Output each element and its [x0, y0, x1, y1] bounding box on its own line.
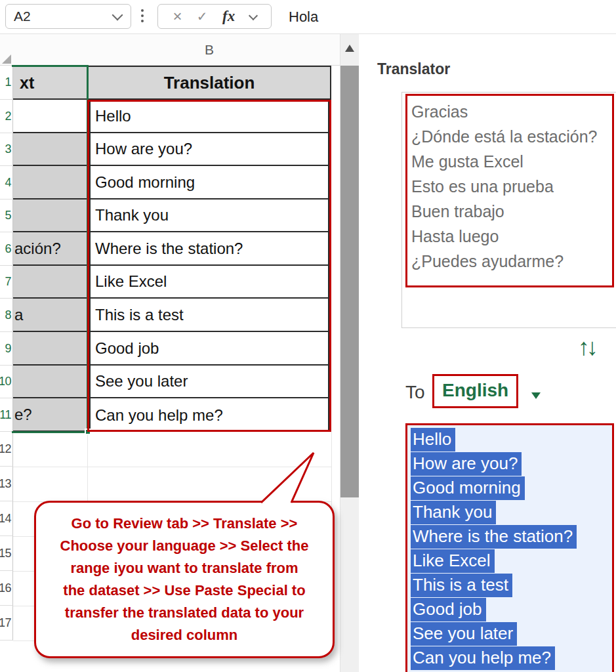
row-header-7[interactable]: 7: [0, 266, 13, 299]
result-line-text: Thank you: [411, 501, 496, 524]
callout-text: range iyou want to translate from: [36, 557, 333, 579]
callout-bubble: Go to Review tab >> Translate >> Choose …: [34, 501, 335, 658]
row-header-16[interactable]: 16: [0, 571, 13, 606]
cell-A9[interactable]: [13, 332, 87, 366]
source-line: Me gusta Excel: [411, 149, 612, 174]
source-line: ¿Puedes ayudarme?: [411, 249, 612, 274]
row-header-1[interactable]: 1: [0, 66, 13, 100]
cancel-button[interactable]: ×: [173, 7, 182, 26]
cell-A7[interactable]: [13, 266, 87, 299]
vertical-scrollbar[interactable]: [340, 34, 359, 672]
result-line: Good morning: [411, 476, 612, 501]
row-header-14[interactable]: 14: [0, 501, 13, 536]
cell-B7[interactable]: Like Excel: [91, 266, 328, 299]
row-header-6[interactable]: 6: [0, 232, 13, 266]
cell-B1-header[interactable]: Translation: [87, 66, 331, 100]
result-line-text: Like Excel: [411, 549, 495, 573]
formula-bar-menu-icon[interactable]: [141, 9, 144, 22]
result-line: Thank you: [411, 501, 612, 525]
cell-A11-text: e?: [13, 406, 32, 424]
row-header-17[interactable]: 17: [0, 606, 13, 640]
source-line: Buen trabajo: [411, 199, 612, 224]
result-line: How are you?: [411, 452, 612, 476]
row-header-2[interactable]: 2: [0, 100, 13, 133]
name-box[interactable]: A2: [5, 4, 131, 29]
scrollbar-thumb[interactable]: [340, 66, 359, 497]
result-line: Where is the station?: [411, 525, 612, 549]
cell-A1-header[interactable]: xt: [13, 66, 87, 100]
source-line: Gracias: [411, 99, 612, 124]
cell-B5[interactable]: Thank you: [91, 200, 328, 232]
callout-text: transfer the translated data to your: [36, 602, 333, 624]
result-line-text: Good job: [411, 598, 486, 621]
callout-pointer: [257, 450, 318, 507]
result-line-text: Where is the station?: [411, 525, 577, 549]
result-line: Can you help me?: [411, 646, 612, 671]
dot: [141, 9, 144, 12]
result-line-text: Can you help me?: [411, 646, 555, 670]
scroll-up-icon[interactable]: [345, 45, 354, 52]
name-box-value: A2: [6, 9, 113, 24]
select-all-corner[interactable]: [2, 54, 11, 64]
cell-B6[interactable]: Where is the station?: [91, 232, 328, 266]
swap-languages-icon[interactable]: ↑↓: [578, 333, 595, 361]
cell-A5[interactable]: [13, 200, 87, 232]
cell-B4[interactable]: Good morning: [91, 166, 328, 200]
cell-A8-text: a: [13, 306, 23, 324]
row-header-9[interactable]: 9: [0, 332, 13, 366]
chevron-down-icon[interactable]: [112, 10, 123, 21]
cell-A6-text: ación?: [13, 240, 61, 258]
row-header-11[interactable]: 11: [0, 398, 13, 432]
result-line-text: Hello: [411, 428, 455, 452]
row-header-10[interactable]: 10: [0, 366, 13, 398]
cell-B9[interactable]: Good job: [91, 332, 328, 366]
to-label: To: [405, 382, 425, 403]
formula-bar: A2 × ✓ fx Hola: [0, 0, 616, 34]
cell-B11[interactable]: Can you help me?: [91, 398, 328, 432]
cell-B10[interactable]: See you later: [91, 366, 328, 398]
source-line: Esto es una prueba: [411, 174, 612, 199]
row-header-13[interactable]: 13: [0, 467, 13, 501]
dot: [141, 20, 144, 22]
cell-A6[interactable]: ación?: [13, 232, 87, 266]
translation-range: Hello How are you? Good morning Thank yo…: [89, 100, 329, 432]
row-header-12[interactable]: 12: [0, 432, 13, 467]
cell-A2[interactable]: [13, 100, 87, 133]
result-line: Good job: [411, 598, 612, 622]
result-line-text: This is a test: [411, 574, 512, 597]
language-dropdown[interactable]: English: [432, 374, 518, 408]
insert-function-button[interactable]: fx: [222, 8, 235, 25]
translator-pane: Translator Gracias ¿Dónde está la estaci…: [359, 34, 616, 672]
callout-text: Choose your language >> Select the: [36, 535, 333, 557]
cell-B3[interactable]: How are you?: [91, 133, 328, 166]
row-header-3[interactable]: 3: [0, 133, 13, 166]
cell-A4[interactable]: [13, 166, 87, 200]
enter-button[interactable]: ✓: [197, 9, 208, 24]
result-line: Like Excel: [411, 549, 612, 574]
result-line: Hello: [411, 428, 612, 452]
callout-text: Go to Review tab >> Translate >>: [36, 513, 333, 535]
result-line-text: See you later: [411, 622, 517, 646]
result-line: This is a test: [411, 574, 612, 598]
column-header-B[interactable]: B: [87, 34, 331, 66]
cell-A10[interactable]: [13, 366, 87, 398]
cell-A8[interactable]: a: [13, 299, 87, 332]
chevron-down-icon[interactable]: [249, 10, 258, 20]
result-line-text: How are you?: [411, 452, 522, 476]
formula-buttons: × ✓ fx: [157, 4, 272, 29]
row-header-15[interactable]: 15: [0, 536, 13, 571]
row-header-4[interactable]: 4: [0, 166, 13, 200]
callout-text: desired column: [36, 624, 333, 646]
fill-handle[interactable]: [85, 429, 91, 435]
result-line-text: Good morning: [411, 476, 525, 500]
cell-A11[interactable]: e?: [13, 398, 87, 432]
row-header-5[interactable]: 5: [0, 200, 13, 232]
cell-B2[interactable]: Hello: [91, 100, 328, 133]
language-dropdown-icon[interactable]: [531, 392, 541, 399]
formula-input[interactable]: Hola: [289, 0, 318, 33]
row-header-8[interactable]: 8: [0, 299, 13, 332]
cell-A3[interactable]: [13, 133, 87, 166]
result-text-area[interactable]: Hello How are you? Good morning Thank yo…: [405, 423, 614, 672]
cell-B8[interactable]: This is a test: [91, 299, 328, 332]
pane-title: Translator: [377, 60, 450, 78]
